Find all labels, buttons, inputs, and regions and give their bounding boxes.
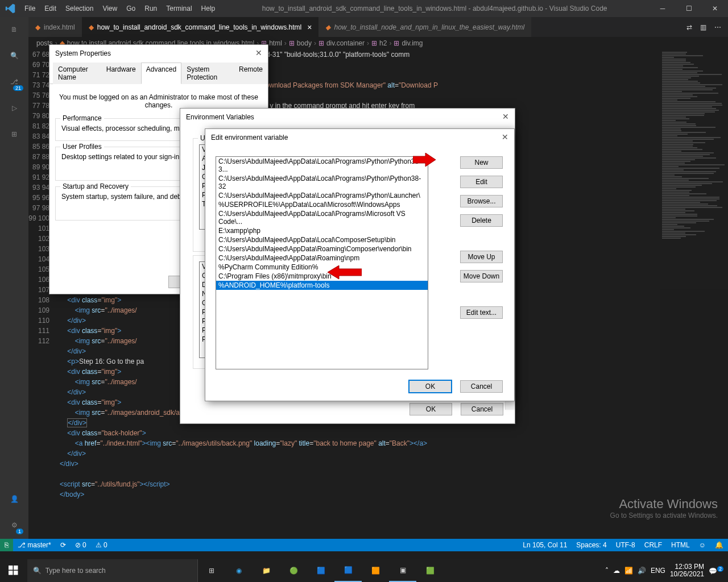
menu-run[interactable]: Run — [140, 5, 162, 13]
path-entry[interactable]: C:\Users\AbdulMajeed\AppData\Roaming\npm — [216, 253, 428, 263]
extensions-icon[interactable]: ⊞ — [6, 126, 22, 142]
search-icon[interactable]: 🔍 — [6, 48, 22, 64]
tab-computer-name[interactable]: Computer Name — [53, 63, 101, 84]
tab-advanced[interactable]: Advanced — [141, 63, 181, 84]
indent[interactable]: Spaces: 4 — [572, 541, 611, 549]
wifi-icon[interactable]: 📶 — [624, 567, 633, 575]
menu-terminal[interactable]: Terminal — [162, 5, 196, 13]
explorer-icon[interactable]: 📁 — [253, 559, 280, 582]
edit-text-button[interactable]: Edit text... — [460, 306, 503, 319]
menu-edit[interactable]: Edit — [40, 5, 61, 13]
problems-errors[interactable]: ⊘ 0 — [71, 541, 91, 549]
system-tray[interactable]: ˄ ☁ 📶 🔊 ENG 12:03 PM10/26/2021 💬2 — [605, 563, 728, 578]
cancel-button[interactable]: Cancel — [461, 403, 503, 415]
svg-rect-2 — [9, 566, 13, 570]
tab-remote[interactable]: Remote — [234, 63, 268, 84]
path-entry[interactable]: %USERPROFILE%\AppData\Local\Microsoft\Wi… — [216, 200, 428, 209]
move-up-button[interactable]: Move Up — [460, 251, 503, 263]
app-icon[interactable]: 🟦 — [307, 559, 334, 582]
dialog-title: System Properties — [49, 45, 268, 62]
cloud-icon[interactable]: ☁ — [613, 567, 620, 575]
svg-rect-5 — [14, 571, 18, 575]
encoding[interactable]: UTF-8 — [611, 541, 640, 549]
taskbar-search[interactable]: 🔍 Type here to search — [27, 559, 198, 582]
activate-windows-watermark: Activate Windows Go to Settings to activ… — [610, 497, 718, 519]
ok-button[interactable]: OK — [410, 403, 452, 415]
git-branch[interactable]: ⎇ master* — [13, 541, 56, 549]
compare-changes-icon[interactable]: ⇄ — [686, 23, 692, 31]
maximize-icon[interactable]: ☐ — [676, 0, 702, 17]
chrome-icon[interactable]: 🟢 — [280, 559, 307, 582]
path-entry[interactable]: C:\Users\AbdulMajeed\AppData\Local\Progr… — [216, 174, 428, 191]
tab-index[interactable]: ◆index.html — [28, 17, 82, 37]
more-icon[interactable]: ⋯ — [714, 23, 721, 31]
menu-view[interactable]: View — [98, 5, 122, 13]
delete-button[interactable]: Delete — [460, 214, 503, 227]
minimize-icon[interactable]: ─ — [650, 0, 676, 17]
chevron-up-icon[interactable]: ˄ — [605, 567, 609, 575]
new-button[interactable]: New — [460, 156, 503, 169]
cursor-position[interactable]: Ln 105, Col 11 — [518, 541, 572, 549]
minimap[interactable] — [660, 49, 728, 539]
path-entry[interactable]: C:\Program Files (x86)\mitmproxy\bin — [216, 272, 428, 281]
bell-icon[interactable]: 🔔 — [710, 541, 728, 549]
path-entry[interactable]: C:\Users\AbdulMajeed\AppData\Local\Progr… — [216, 209, 428, 226]
edit-button[interactable]: Edit — [460, 176, 503, 188]
path-entry[interactable]: C:\Users\AbdulMajeed\AppData\Local\Progr… — [216, 157, 428, 174]
start-button[interactable] — [0, 559, 27, 582]
volume-icon[interactable]: 🔊 — [638, 567, 646, 575]
close-icon[interactable]: ✕ — [502, 112, 509, 121]
task-view-icon[interactable]: ⊞ — [198, 559, 225, 582]
close-icon[interactable]: ✕ — [502, 132, 508, 142]
tab-hardware[interactable]: Hardware — [101, 63, 141, 84]
split-editor-icon[interactable]: ▥ — [700, 23, 706, 31]
menu-go[interactable]: Go — [122, 5, 140, 13]
tab-current[interactable]: ◆how_to_install_android_sdk_command_line… — [82, 17, 319, 37]
close-icon[interactable]: ✕ — [702, 0, 728, 17]
problems-warnings[interactable]: ⚠ 0 — [91, 541, 112, 549]
editor-tabs: ◆index.html ◆how_to_install_android_sdk_… — [28, 17, 728, 37]
edge-icon[interactable]: ◉ — [225, 559, 253, 582]
eol[interactable]: CRLF — [640, 541, 667, 549]
html-file-icon: ◆ — [89, 23, 94, 31]
tab-node[interactable]: ◆how_to_install_node_and_npm_in_linux_th… — [318, 17, 531, 37]
browse-button[interactable]: Browse... — [460, 195, 503, 207]
app-icon[interactable]: 🟧 — [362, 559, 389, 582]
tab-close-icon[interactable]: × — [307, 23, 312, 32]
edit-env-var-dialog: Edit environment variable ✕ C:\Users\Abd… — [205, 128, 515, 401]
settings-icon[interactable]: ⚙1 — [6, 517, 22, 533]
path-entry[interactable]: C:\Users\AbdulMajeed\AppData\Local\Progr… — [216, 191, 428, 200]
language-indicator[interactable]: ENG — [651, 567, 665, 575]
explorer-icon[interactable]: 🗎 — [6, 22, 22, 38]
path-entry[interactable]: C:\Users\AbdulMajeed\AppData\Roaming\Com… — [216, 244, 428, 253]
debug-icon[interactable]: ▷ — [6, 100, 22, 116]
menu-file[interactable]: File — [20, 5, 40, 13]
dialog-title: Environment Variables — [180, 109, 515, 126]
ok-button[interactable]: OK — [409, 380, 452, 393]
path-entry[interactable]: %ANDROID_HOME%\platform-tools — [216, 281, 428, 290]
remote-indicator[interactable]: ⎘ — [0, 539, 13, 551]
menu-selection[interactable]: Selection — [61, 5, 98, 13]
language-mode[interactable]: HTML — [667, 541, 694, 549]
tab-system-protection[interactable]: System Protection — [181, 63, 234, 84]
menu-help[interactable]: Help — [197, 5, 220, 13]
window-title: how_to_install_android_sdk_command_line_… — [220, 5, 650, 13]
close-icon[interactable]: ✕ — [255, 48, 262, 57]
feedback-icon[interactable]: ☺ — [694, 541, 710, 549]
vscode-taskbar-icon[interactable]: 🟦 — [334, 559, 362, 582]
path-entries-list[interactable]: C:\Users\AbdulMajeed\AppData\Local\Progr… — [216, 156, 428, 369]
notifications-icon[interactable]: 💬2 — [709, 566, 723, 575]
clock[interactable]: 12:03 PM10/26/2021 — [670, 563, 704, 578]
git-sync[interactable]: ⟳ — [56, 541, 71, 549]
move-down-button[interactable]: Move Down — [460, 270, 503, 282]
path-entry[interactable]: C:\Users\AbdulMajeed\AppData\Local\Compo… — [216, 235, 428, 244]
svg-rect-4 — [9, 571, 13, 575]
cancel-button[interactable]: Cancel — [460, 380, 503, 393]
path-entry[interactable]: E:\xampp\php — [216, 226, 428, 235]
scm-icon[interactable]: ⎇21 — [6, 74, 22, 90]
path-entry[interactable]: %PyCharm Community Edition% — [216, 263, 428, 272]
account-icon[interactable]: 👤 — [6, 491, 22, 507]
app-icon[interactable]: 🟩 — [416, 559, 444, 582]
status-bar: ⎘ ⎇ master* ⟳ ⊘ 0 ⚠ 0 Ln 105, Col 11 Spa… — [0, 539, 728, 551]
terminal-icon[interactable]: ▣ — [389, 559, 416, 582]
